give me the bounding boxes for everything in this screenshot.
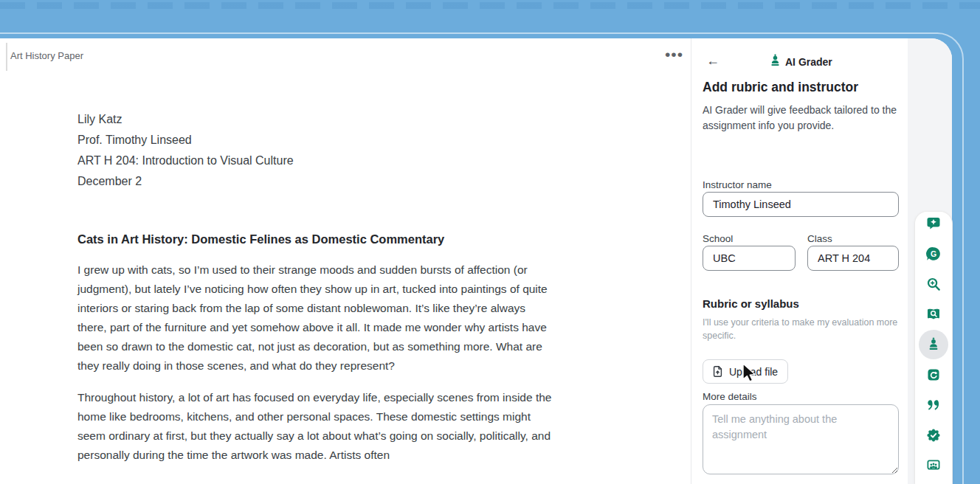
more-details-textarea[interactable] xyxy=(703,404,899,474)
comment-sparkle-icon[interactable] xyxy=(919,209,948,238)
panel-title: AI Grader xyxy=(785,56,832,68)
more-details-label: More details xyxy=(703,391,757,402)
back-arrow-button[interactable]: ← xyxy=(706,53,720,68)
doc-paragraph-2[interactable]: Throughout history, a lot of art has foc… xyxy=(77,388,552,465)
upload-file-icon xyxy=(711,365,724,378)
doc-professor-line[interactable]: Prof. Timothy Linseed xyxy=(77,130,552,151)
classroom-icon[interactable] xyxy=(919,451,948,480)
ai-grader-header-icon xyxy=(768,54,782,71)
panel-description: AI Grader will give feedback tailored to… xyxy=(703,103,900,134)
doc-paragraph-1[interactable]: I grew up with cats, so I’m used to thei… xyxy=(77,260,552,376)
video-top-strip xyxy=(0,2,980,9)
svg-text:G: G xyxy=(931,249,936,258)
quotes-icon[interactable] xyxy=(919,390,948,420)
panel-heading: Add rubric and instructor xyxy=(703,80,858,95)
rubric-description: I'll use your criteria to make my evalua… xyxy=(703,316,903,342)
ai-grader-icon[interactable] xyxy=(919,330,948,359)
school-label: School xyxy=(703,233,733,244)
doc-heading[interactable]: Cats in Art History: Domestic Felines as… xyxy=(77,230,552,248)
screen: Art History Paper ••• Lily Katz Prof. Ti… xyxy=(0,0,980,484)
school-input[interactable] xyxy=(703,246,796,271)
class-input[interactable] xyxy=(807,246,899,271)
upload-file-label: Upload file xyxy=(729,366,778,378)
rubric-heading: Rubric or syllabus xyxy=(703,297,799,310)
rotate-square-icon[interactable] xyxy=(919,360,948,390)
upload-file-button[interactable]: Upload file xyxy=(703,359,788,384)
grammarly-g-icon[interactable]: G xyxy=(919,239,948,269)
book-search-icon[interactable] xyxy=(919,300,948,329)
collapsed-sidebar-handle[interactable] xyxy=(6,43,7,71)
doc-author-line[interactable]: Lily Katz xyxy=(77,109,552,130)
doc-course-line[interactable]: ART H 204: Introduction to Visual Cultur… xyxy=(77,151,552,171)
instructor-name-label: Instructor name xyxy=(703,179,772,190)
magnifier-sparkle-icon[interactable] xyxy=(919,269,948,299)
badge-check-icon[interactable] xyxy=(919,421,948,450)
more-menu-button[interactable]: ••• xyxy=(665,46,683,63)
doc-date-line[interactable]: December 2 xyxy=(77,171,552,192)
document-title: Art History Paper xyxy=(10,50,83,61)
document-editor[interactable]: Lily Katz Prof. Timothy Linseed ART H 20… xyxy=(77,109,552,465)
instructor-name-input[interactable] xyxy=(703,192,899,217)
pane-divider xyxy=(691,38,691,484)
class-label: Class xyxy=(807,233,832,244)
